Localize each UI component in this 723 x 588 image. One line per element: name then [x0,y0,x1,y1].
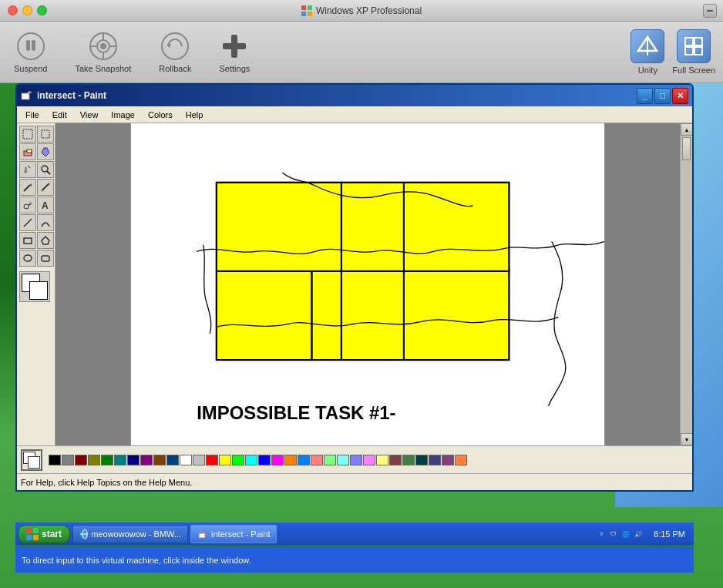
palette-color-swatch[interactable] [284,455,297,465]
menu-view[interactable]: View [76,109,103,121]
palette-color-swatch[interactable] [49,455,61,465]
systray-network-icon: 🌐 [620,529,631,539]
palette-color-swatch[interactable] [324,455,336,465]
tool-ellipse[interactable] [19,250,36,267]
xp-minimize-button[interactable]: _ [637,88,653,104]
palette-color-swatch[interactable] [245,455,257,465]
palette-color-swatch[interactable] [271,455,284,465]
palette-color-swatch[interactable] [140,455,153,465]
tool-brush[interactable] [37,179,54,196]
snapshot-button[interactable]: Take Snapshot [69,27,137,77]
palette-color-swatch[interactable] [337,455,349,465]
eyedropper-icon [22,164,33,175]
palette-swatches [49,455,511,465]
palette-color-swatch[interactable] [153,455,166,465]
palette-color-swatch[interactable] [311,455,323,465]
tool-rectangle[interactable] [19,232,36,249]
xp-maximize-button[interactable]: □ [654,88,671,104]
taskbar-btn-browser[interactable]: meowowowow - BMW... [72,525,188,543]
svg-rect-62 [33,535,39,540]
paint-canvas-area[interactable]: IMPOSSIBLE TASK #1- [55,123,680,445]
scroll-down-button[interactable]: ▼ [681,433,692,445]
palette-color-swatch[interactable] [101,455,113,465]
magnify-icon [40,164,51,175]
menu-file[interactable]: File [21,109,44,121]
menu-colors[interactable]: Colors [143,109,177,121]
tool-fill[interactable] [37,143,54,160]
paint-taskbar-icon [197,529,208,539]
menu-edit[interactable]: Edit [48,109,72,121]
tool-rounded-rect[interactable] [37,250,54,267]
menu-help[interactable]: Help [181,109,208,121]
statusbar-text: For Help, click Help Topics on the Help … [21,478,192,487]
settings-button[interactable]: Settings [213,27,256,77]
rollback-button[interactable]: Rollback [153,27,197,77]
palette-color-swatch[interactable] [62,455,74,465]
palette-color-swatch[interactable] [389,455,402,465]
svg-point-15 [162,33,188,59]
palette-color-swatch[interactable] [166,455,179,465]
palette-color-swatch[interactable] [75,455,87,465]
tool-eyedropper[interactable] [19,161,36,178]
palette-color-swatch[interactable] [127,455,140,465]
scrollbar-thumb[interactable] [682,137,691,160]
xp-menubar: File Edit View Image Colors Help [17,106,692,123]
tool-pencil[interactable] [19,179,36,196]
svg-point-5 [18,33,44,59]
tool-magnify[interactable] [37,161,54,178]
tool-eraser[interactable] [19,143,36,160]
minimize-traffic-light[interactable] [22,5,32,15]
close-traffic-light[interactable] [8,5,18,15]
palette-color-swatch[interactable] [88,455,100,465]
palette-color-swatch[interactable] [180,455,192,465]
palette-color-swatch[interactable] [442,455,454,465]
xp-titlebar: intersect - Paint _ □ ✕ [17,85,692,106]
rectangle-icon [22,235,33,246]
start-button[interactable]: start [18,525,70,543]
polygon-icon [40,235,51,246]
palette-color-swatch[interactable] [258,455,271,465]
maximize-traffic-light[interactable] [37,5,47,15]
scroll-up-button[interactable]: ▲ [681,123,692,136]
tool-polygon[interactable] [37,232,54,249]
palette-color-swatch[interactable] [350,455,362,465]
palette-color-swatch[interactable] [376,455,388,465]
palette-color-swatch[interactable] [193,455,205,465]
palette-color-swatch[interactable] [232,455,244,465]
palette-color-swatch[interactable] [298,455,310,465]
palette-bg-color[interactable] [28,456,40,469]
taskbar-btn-paint[interactable]: intersect - Paint [190,525,277,543]
tool-select-rect[interactable] [19,126,36,143]
palette-color-swatch[interactable] [219,455,231,465]
xp-close-button[interactable]: ✕ [672,88,688,104]
suspend-button[interactable]: Suspend [8,27,53,77]
svg-rect-6 [26,40,30,51]
tool-line[interactable] [19,214,36,231]
menu-image[interactable]: Image [106,109,140,121]
palette-color-swatch[interactable] [455,455,467,465]
palette-color-swatch[interactable] [402,455,415,465]
fullscreen-button[interactable]: Full Screen [672,29,715,75]
palette-color-swatch[interactable] [429,455,441,465]
tool-text[interactable]: A [37,197,54,213]
camera-icon-svg [89,32,118,61]
palette-color-swatch[interactable] [114,455,126,465]
eraser-icon [22,146,33,157]
scrollbar-track[interactable] [681,136,692,433]
paint-drawing[interactable]: IMPOSSIBLE TASK #1- [55,123,680,445]
fill-icon [40,146,51,157]
svg-rect-25 [22,93,29,99]
svg-rect-26 [23,129,32,139]
vertical-scrollbar[interactable]: ▲ ▼ [680,123,692,445]
background-color[interactable] [29,281,48,300]
xp-window-title: intersect - Paint [37,90,637,101]
palette-color-swatch[interactable] [206,455,218,465]
unity-button[interactable]: Unity [631,29,664,75]
tool-select-free[interactable] [37,126,54,143]
palette-color-swatch[interactable] [363,455,375,465]
svg-line-42 [24,219,32,227]
palette-color-swatch[interactable] [415,455,428,465]
tool-curve[interactable] [37,214,54,231]
mac-window-resize[interactable] [703,4,717,18]
tool-airbrush[interactable] [19,197,36,213]
